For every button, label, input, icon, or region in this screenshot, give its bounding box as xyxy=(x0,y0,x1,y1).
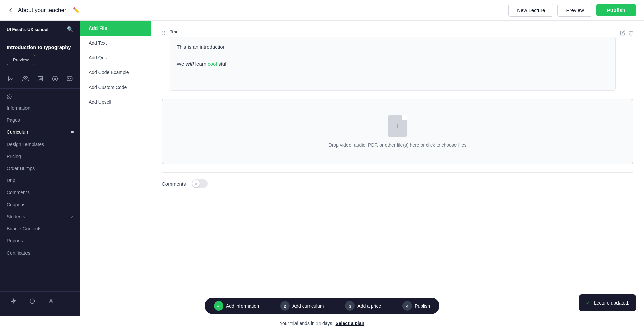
lecture-content: ⠿ Text This is an introduction We will l… xyxy=(151,21,644,330)
progress-step-4[interactable]: 4 Publish xyxy=(402,301,430,311)
svg-point-7 xyxy=(50,299,52,301)
svg-point-0 xyxy=(24,76,26,78)
svg-marker-5 xyxy=(11,299,15,303)
text-pre: We xyxy=(177,61,185,67)
page-title: About your teacher xyxy=(18,7,66,14)
step-1-label: Add information xyxy=(226,303,259,309)
money-icon[interactable] xyxy=(48,72,62,86)
comments-toggle[interactable]: ✕ xyxy=(192,179,208,188)
progress-step-1[interactable]: ✓ Add information xyxy=(214,301,259,311)
sidebar-nav: Information Pages Curriculum Design Temp… xyxy=(0,89,80,291)
content-area: Add File Add Text Add Quiz Add Code Exam… xyxy=(80,21,644,330)
svg-rect-3 xyxy=(67,77,72,81)
step-3-label: Add a price xyxy=(357,303,381,309)
step-4-label: Publish xyxy=(415,303,430,309)
progress-step-2[interactable]: 2 Add curriculum xyxy=(280,301,324,311)
trial-banner: Your trial ends in 14 days. Select a pla… xyxy=(0,316,644,330)
publish-button[interactable]: Publish xyxy=(596,4,636,16)
sidebar-item-design-templates[interactable]: Design Templates xyxy=(0,138,80,150)
step-2-label: Add curriculum xyxy=(292,303,324,309)
toast-notification: ✓ Lecture updated. xyxy=(579,294,636,311)
step-divider-3 xyxy=(385,306,398,306)
main-layout: UI Feed's UX school 🔍 Introduction to ty… xyxy=(0,21,644,330)
file-dropzone[interactable]: + Drop video, audio, PDF, or other file(… xyxy=(162,99,633,164)
step-divider-2 xyxy=(328,306,341,306)
add-quiz-item[interactable]: Add Quiz xyxy=(80,50,151,65)
mail-icon[interactable] xyxy=(63,72,76,86)
sidebar-item-curriculum[interactable]: Curriculum xyxy=(0,126,80,138)
brand-name: UI Feed's UX school xyxy=(7,27,48,32)
sidebar-item-reports[interactable]: Reports xyxy=(0,235,80,247)
dropzone-text: Drop video, audio, PDF, or other file(s)… xyxy=(329,142,467,148)
drag-handle[interactable]: ⠿ xyxy=(162,30,166,37)
new-lecture-button[interactable]: New Lecture xyxy=(508,4,553,17)
course-title: Introduction to typography xyxy=(7,44,74,51)
text-mid: learn xyxy=(195,61,208,67)
dropdown-panel: Add File Add Text Add Quiz Add Code Exam… xyxy=(80,21,151,330)
sidebar-item-bundle-contents[interactable]: Bundle Contents xyxy=(0,223,80,235)
sidebar-preview-button[interactable]: Preview xyxy=(7,55,35,65)
edit-title-icon[interactable]: ✏️ xyxy=(73,7,80,13)
external-icon: ↗ xyxy=(70,214,74,219)
add-upsell-item[interactable]: Add Upsell xyxy=(80,95,151,109)
preview-button[interactable]: Preview xyxy=(557,4,592,17)
select-plan-link[interactable]: Select a plan xyxy=(336,321,365,326)
step-2-num: 2 xyxy=(280,301,290,311)
curriculum-indicator xyxy=(71,131,74,133)
toast-check-icon: ✓ xyxy=(586,299,591,307)
svg-point-4 xyxy=(9,96,10,97)
step-3-num: 3 xyxy=(345,301,355,311)
sidebar-item-students[interactable]: Students ↗ xyxy=(0,211,80,223)
search-icon[interactable]: 🔍 xyxy=(67,26,74,33)
add-text-item[interactable]: Add Text xyxy=(80,36,151,50)
sidebar-item-drip[interactable]: Drip xyxy=(0,174,80,186)
text-block-content: This is an introduction We will learn co… xyxy=(170,37,616,91)
sidebar-item-settings[interactable] xyxy=(0,91,80,102)
sidebar-course: Introduction to typography Preview xyxy=(0,38,80,69)
sidebar-item-pricing[interactable]: Pricing xyxy=(0,150,80,162)
text-line-1: This is an introduction xyxy=(177,43,609,51)
sidebar-icon-row xyxy=(0,69,80,89)
sidebar-item-order-bumps[interactable]: Order Bumps xyxy=(0,162,80,174)
sidebar-bottom-icons xyxy=(0,291,80,311)
sidebar-item-certificates[interactable]: Certificates xyxy=(0,247,80,259)
file-plus-icon: + xyxy=(388,115,407,137)
sidebar-item-coupons[interactable]: Coupons xyxy=(0,199,80,211)
step-4-num: 4 xyxy=(402,301,412,311)
sidebar-item-information[interactable]: Information xyxy=(0,102,80,114)
text-block: ⠿ Text This is an introduction We will l… xyxy=(162,29,633,91)
text-block-label: Text xyxy=(170,29,616,34)
text-post: stuff xyxy=(218,61,228,67)
progress-step-3[interactable]: 3 Add a price xyxy=(345,301,381,311)
text-bold: will xyxy=(185,61,194,67)
sidebar-brand: UI Feed's UX school 🔍 xyxy=(0,21,80,38)
sidebar-item-pages[interactable]: Pages xyxy=(0,114,80,126)
help-icon[interactable] xyxy=(25,294,39,308)
lightning-icon[interactable] xyxy=(7,294,20,308)
back-button[interactable] xyxy=(8,7,14,13)
step-1-num: ✓ xyxy=(214,301,223,311)
add-custom-code-item[interactable]: Add Custom Code xyxy=(80,80,151,95)
add-file-item[interactable]: Add File xyxy=(80,21,151,36)
comments-section: Comments ✕ xyxy=(162,172,633,195)
users-icon[interactable] xyxy=(19,72,32,86)
comments-label: Comments xyxy=(162,181,186,187)
add-code-example-item[interactable]: Add Code Example xyxy=(80,65,151,80)
user-profile-icon[interactable] xyxy=(44,294,58,308)
progress-bar: ✓ Add information 2 Add curriculum 3 Add… xyxy=(205,298,439,314)
chart-icon[interactable] xyxy=(34,72,47,86)
text-cool: cool xyxy=(208,61,217,67)
trial-text: Your trial ends in 14 days. xyxy=(280,321,334,326)
toggle-knob: ✕ xyxy=(192,180,200,187)
topbar: About your teacher ✏️ New Lecture Previe… xyxy=(0,0,644,21)
text-line-2: We will learn cool stuff xyxy=(177,60,609,68)
sidebar-item-comments[interactable]: Comments xyxy=(0,186,80,199)
text-block-actions xyxy=(620,30,633,37)
topbar-actions: New Lecture Preview Publish xyxy=(508,4,636,17)
sidebar: UI Feed's UX school 🔍 Introduction to ty… xyxy=(0,21,80,330)
edit-text-icon[interactable] xyxy=(620,30,625,37)
delete-text-icon[interactable] xyxy=(628,30,633,37)
analytics-icon[interactable] xyxy=(4,72,17,86)
step-divider-1 xyxy=(263,306,276,306)
toast-message: Lecture updated. xyxy=(594,300,629,306)
